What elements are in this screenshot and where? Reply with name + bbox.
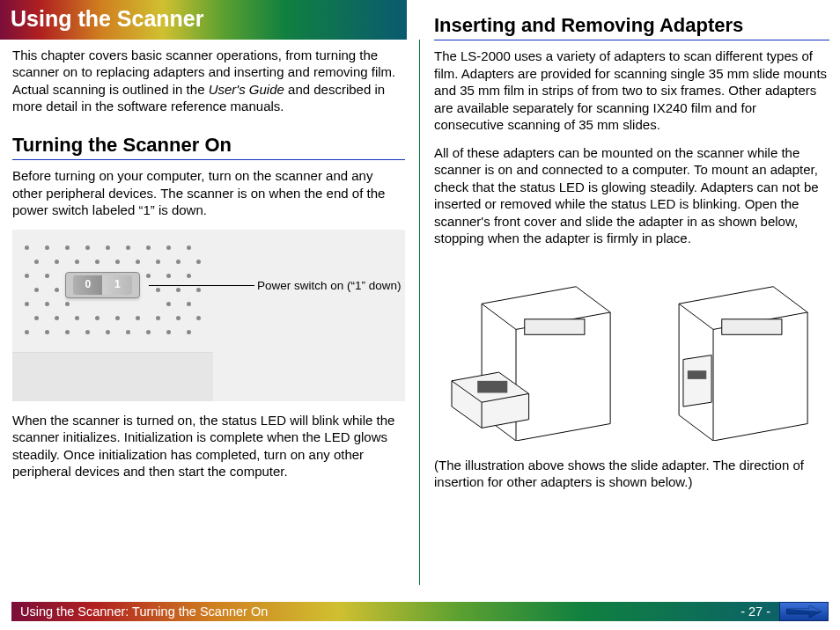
turning-on-p2: When the scanner is turned on, the statu… [12, 412, 405, 480]
switch-label-off: 0 [85, 278, 91, 292]
svg-marker-8 [786, 605, 822, 618]
turning-on-p1: Before turning on your computer, turn on… [12, 167, 405, 219]
figure-shelf [12, 352, 213, 401]
svg-marker-6 [683, 355, 711, 406]
power-switch-icon: 0 1 [65, 272, 140, 298]
section-title-adapters: Inserting and Removing Adapters [434, 13, 829, 41]
power-switch-figure: 0 1 Power switch on (“1” down) [12, 230, 405, 401]
left-column: This chapter covers basic scanner operat… [0, 40, 420, 585]
svg-rect-7 [688, 370, 706, 379]
switch-label-on: 1 [114, 278, 121, 292]
adapters-p2: All of these adapters can be mounted on … [434, 144, 829, 247]
page-number: - 27 - [741, 604, 770, 620]
svg-rect-3 [477, 380, 507, 392]
chapter-header: Using the Scanner [0, 0, 407, 40]
adapters-p1: The LS-2000 uses a variety of adapters t… [434, 48, 829, 134]
callout-leader-line [149, 285, 254, 286]
scanner-adapter-figure [434, 265, 829, 441]
scanner-closed-illustration [645, 278, 816, 441]
scanner-open-illustration [447, 278, 619, 441]
right-column: Inserting and Removing Adapters The LS-2… [420, 40, 840, 585]
callout-label: Power switch on (“1” down) [257, 278, 402, 294]
section-title-turning-on: Turning the Scanner On [12, 133, 405, 161]
chapter-intro: This chapter covers basic scanner operat… [12, 47, 405, 115]
chapter-title: Using the Scanner [11, 6, 204, 31]
footer-breadcrumb: Using the Scanner: Turning the Scanner O… [20, 604, 820, 620]
svg-rect-5 [722, 319, 782, 334]
svg-rect-1 [525, 319, 585, 334]
next-page-button[interactable] [779, 602, 829, 621]
adapters-caption: (The illustration above shows the slide … [434, 457, 829, 491]
footer-bar: Using the Scanner: Turning the Scanner O… [11, 602, 829, 621]
arrow-right-icon [786, 605, 822, 618]
